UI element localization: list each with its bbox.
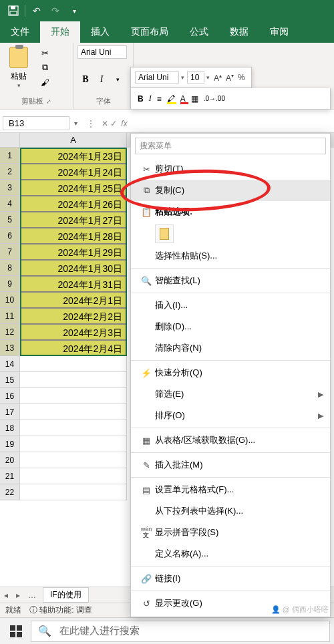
- tab-file[interactable]: 文件: [0, 21, 40, 43]
- cell[interactable]: [20, 484, 127, 500]
- cell[interactable]: [20, 372, 127, 388]
- cell[interactable]: [20, 436, 127, 452]
- cell[interactable]: [20, 468, 127, 484]
- context-search-input[interactable]: 搜索菜单: [135, 138, 326, 154]
- cell[interactable]: 2024年1月24日: [20, 164, 127, 180]
- cell[interactable]: 2024年1月28日: [20, 228, 127, 244]
- fill-color-icon[interactable]: 🖍: [167, 94, 175, 104]
- name-box-dropdown-icon[interactable]: ▾: [69, 120, 81, 127]
- copy-icon[interactable]: ⧉: [38, 61, 51, 74]
- row-header[interactable]: 21: [0, 468, 20, 484]
- paste-button[interactable]: 粘贴 ▾: [4, 45, 33, 90]
- more-font-icon[interactable]: ▾: [110, 71, 126, 88]
- cell[interactable]: 2024年2月2日: [20, 308, 127, 324]
- row-header[interactable]: 10: [0, 292, 20, 308]
- context-menu-item[interactable]: 排序(O)▶: [131, 405, 330, 426]
- sheet-nav-next-icon[interactable]: ▸: [12, 591, 24, 600]
- row-header[interactable]: 20: [0, 452, 20, 468]
- mini-font-name[interactable]: Arial Uni: [135, 71, 179, 84]
- format-painter-icon[interactable]: 🖌: [38, 75, 51, 89]
- save-icon[interactable]: [4, 1, 23, 20]
- cell[interactable]: [20, 404, 127, 420]
- cell[interactable]: 2024年1月29日: [20, 244, 127, 260]
- font-color-icon[interactable]: A: [180, 94, 186, 104]
- mini-italic-button[interactable]: I: [149, 94, 152, 104]
- context-menu-item[interactable]: wén文显示拼音字段(S): [131, 522, 330, 543]
- cell[interactable]: 2024年1月23日: [20, 148, 127, 164]
- redo-icon[interactable]: ↷: [46, 1, 65, 20]
- sheet-nav-more-icon[interactable]: …: [24, 591, 40, 600]
- cell[interactable]: [20, 420, 127, 436]
- cell[interactable]: 2024年1月30日: [20, 260, 127, 276]
- context-menu-item[interactable]: 🔍智能查找(L): [131, 270, 330, 291]
- context-menu-item[interactable]: ⚡快速分析(Q): [131, 362, 330, 383]
- tab-data[interactable]: 数据: [219, 21, 259, 43]
- row-header[interactable]: 13: [0, 340, 20, 356]
- tab-home[interactable]: 开始: [40, 21, 80, 43]
- cell[interactable]: 2024年2月4日: [20, 340, 127, 356]
- row-header[interactable]: 16: [0, 388, 20, 404]
- cell[interactable]: [20, 388, 127, 404]
- row-header[interactable]: 4: [0, 196, 20, 212]
- context-menu-item[interactable]: 选择性粘贴(S)...: [131, 245, 330, 267]
- increase-font-icon[interactable]: A▴: [214, 73, 222, 83]
- context-menu-item[interactable]: 定义名称(A)...: [131, 543, 330, 565]
- status-accessibility[interactable]: ⓘ 辅助功能: 调查: [29, 605, 92, 616]
- context-menu-item[interactable]: 插入(I)...: [131, 295, 330, 316]
- context-menu-item[interactable]: ✎插入批注(M): [131, 454, 330, 476]
- percent-button[interactable]: %: [238, 73, 245, 82]
- cell[interactable]: [20, 356, 127, 372]
- italic-button[interactable]: I: [94, 71, 110, 88]
- row-header[interactable]: 8: [0, 260, 20, 276]
- mini-bold-button[interactable]: B: [138, 94, 144, 104]
- context-menu-item[interactable]: 🔗链接(I): [131, 568, 330, 589]
- context-menu-item[interactable]: 从下拉列表中选择(K)...: [131, 500, 330, 522]
- row-header[interactable]: 7: [0, 244, 20, 260]
- name-box[interactable]: B13: [3, 116, 69, 130]
- cell[interactable]: 2024年1月31日: [20, 276, 127, 292]
- row-header[interactable]: 17: [0, 404, 20, 420]
- context-menu-item[interactable]: 删除(D)...: [131, 316, 330, 337]
- sheet-tab[interactable]: IF的使用: [43, 587, 89, 603]
- tab-page-layout[interactable]: 页面布局: [120, 21, 179, 43]
- taskbar-search-input[interactable]: 🔍 在此键入进行搜索: [31, 621, 330, 642]
- cell[interactable]: [20, 452, 127, 468]
- row-header[interactable]: 2: [0, 164, 20, 180]
- row-header[interactable]: 18: [0, 420, 20, 436]
- align-icon[interactable]: ≡: [157, 94, 162, 104]
- cell[interactable]: 2024年1月27日: [20, 212, 127, 228]
- paste-option-icon[interactable]: [155, 224, 174, 243]
- row-header[interactable]: 15: [0, 372, 20, 388]
- row-header[interactable]: 14: [0, 356, 20, 372]
- row-header[interactable]: 22: [0, 484, 20, 500]
- row-header[interactable]: 12: [0, 324, 20, 340]
- cell[interactable]: 2024年1月26日: [20, 196, 127, 212]
- tab-insert[interactable]: 插入: [80, 21, 120, 43]
- cell[interactable]: 2024年2月1日: [20, 292, 127, 308]
- cut-icon[interactable]: ✂: [38, 46, 51, 59]
- row-header[interactable]: 6: [0, 228, 20, 244]
- qat-dropdown-icon[interactable]: ▾: [65, 1, 84, 20]
- undo-icon[interactable]: ↶: [27, 1, 46, 20]
- windows-start-icon[interactable]: [4, 625, 28, 637]
- tab-formulas[interactable]: 公式: [179, 21, 219, 43]
- select-all-corner[interactable]: [0, 133, 20, 148]
- decrease-font-icon[interactable]: A▾: [226, 73, 234, 83]
- row-header[interactable]: 11: [0, 308, 20, 324]
- decimal-icon[interactable]: .0→.00: [204, 95, 225, 102]
- tab-review[interactable]: 审阅: [259, 21, 299, 43]
- cell[interactable]: 2024年1月25日: [20, 180, 127, 196]
- sheet-nav-prev-icon[interactable]: ◂: [0, 591, 12, 600]
- font-name-select[interactable]: Arial Uni: [77, 45, 127, 59]
- row-header[interactable]: 19: [0, 436, 20, 452]
- context-menu-item[interactable]: ✂剪切(T): [131, 158, 330, 180]
- col-header-a[interactable]: A: [20, 133, 127, 148]
- cell[interactable]: 2024年2月3日: [20, 324, 127, 340]
- context-menu-item[interactable]: 清除内容(N): [131, 337, 330, 359]
- bold-button[interactable]: B: [77, 71, 94, 88]
- context-menu-item[interactable]: ▦从表格/区域获取数据(G)...: [131, 430, 330, 451]
- context-menu-item[interactable]: ⧉复制(C): [131, 180, 330, 201]
- border-icon[interactable]: ▦: [191, 94, 198, 104]
- mini-font-size[interactable]: 10: [187, 71, 204, 84]
- context-menu-item[interactable]: 筛选(E)▶: [131, 383, 330, 405]
